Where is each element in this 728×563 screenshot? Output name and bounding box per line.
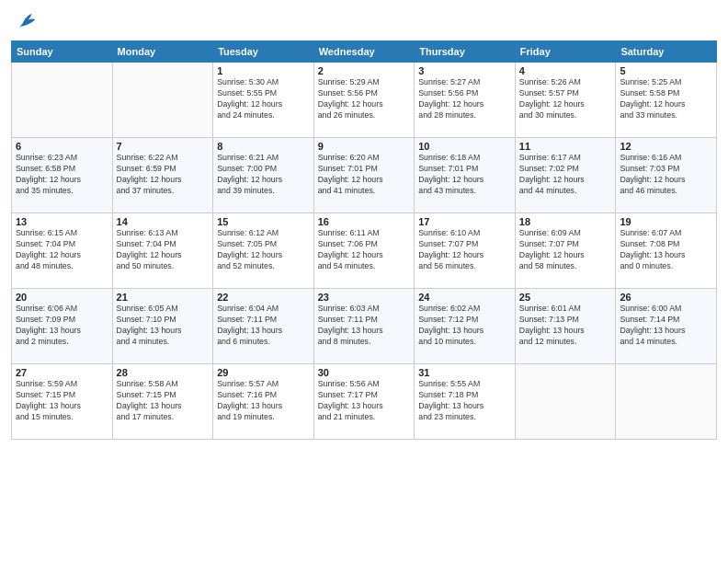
calendar-cell (616, 364, 717, 440)
day-info: Sunrise: 5:27 AM Sunset: 5:56 PM Dayligh… (418, 77, 511, 121)
day-info: Sunrise: 5:55 AM Sunset: 7:18 PM Dayligh… (418, 379, 511, 423)
day-number: 8 (217, 141, 310, 152)
calendar-cell: 9Sunrise: 6:20 AM Sunset: 7:01 PM Daylig… (313, 138, 415, 213)
day-number: 14 (117, 216, 210, 227)
calendar-table: SundayMondayTuesdayWednesdayThursdayFrid… (11, 40, 717, 440)
calendar-cell: 2Sunrise: 5:29 AM Sunset: 5:56 PM Daylig… (313, 63, 415, 138)
day-number: 30 (318, 367, 411, 378)
day-info: Sunrise: 6:20 AM Sunset: 7:01 PM Dayligh… (318, 153, 411, 197)
day-info: Sunrise: 6:17 AM Sunset: 7:02 PM Dayligh… (519, 153, 612, 197)
day-info: Sunrise: 6:12 AM Sunset: 7:05 PM Dayligh… (217, 228, 310, 272)
calendar-cell (515, 364, 616, 440)
calendar-cell: 14Sunrise: 6:13 AM Sunset: 7:04 PM Dayli… (112, 213, 213, 289)
day-number: 5 (620, 65, 712, 76)
calendar-header-row: SundayMondayTuesdayWednesdayThursdayFrid… (12, 41, 717, 63)
day-info: Sunrise: 5:59 AM Sunset: 7:15 PM Dayligh… (16, 379, 108, 423)
calendar-cell: 7Sunrise: 6:22 AM Sunset: 6:59 PM Daylig… (112, 138, 213, 213)
calendar-cell: 4Sunrise: 5:26 AM Sunset: 5:57 PM Daylig… (515, 63, 616, 138)
day-info: Sunrise: 6:16 AM Sunset: 7:03 PM Dayligh… (620, 153, 712, 197)
calendar-cell: 23Sunrise: 6:03 AM Sunset: 7:11 PM Dayli… (313, 289, 415, 364)
calendar-cell: 11Sunrise: 6:17 AM Sunset: 7:02 PM Dayli… (515, 138, 616, 213)
day-number: 9 (318, 141, 411, 152)
calendar-cell: 19Sunrise: 6:07 AM Sunset: 7:08 PM Dayli… (616, 213, 717, 289)
calendar-cell: 27Sunrise: 5:59 AM Sunset: 7:15 PM Dayli… (12, 364, 113, 440)
page-container: SundayMondayTuesdayWednesdayThursdayFrid… (0, 0, 728, 445)
weekday-header: Thursday (415, 41, 516, 63)
day-info: Sunrise: 6:23 AM Sunset: 6:58 PM Dayligh… (16, 153, 108, 197)
day-info: Sunrise: 6:01 AM Sunset: 7:13 PM Dayligh… (519, 304, 612, 348)
calendar-cell: 1Sunrise: 5:30 AM Sunset: 5:55 PM Daylig… (213, 63, 314, 138)
day-info: Sunrise: 6:10 AM Sunset: 7:07 PM Dayligh… (418, 228, 511, 272)
day-number: 27 (16, 367, 108, 378)
day-number: 7 (117, 141, 210, 152)
calendar-cell: 10Sunrise: 6:18 AM Sunset: 7:01 PM Dayli… (415, 138, 516, 213)
day-info: Sunrise: 6:09 AM Sunset: 7:07 PM Dayligh… (519, 228, 612, 272)
calendar-cell: 28Sunrise: 5:58 AM Sunset: 7:15 PM Dayli… (112, 364, 213, 440)
logo (11, 9, 39, 35)
day-number: 12 (620, 141, 712, 152)
day-info: Sunrise: 6:00 AM Sunset: 7:14 PM Dayligh… (620, 304, 712, 348)
calendar-cell: 3Sunrise: 5:27 AM Sunset: 5:56 PM Daylig… (415, 63, 516, 138)
day-info: Sunrise: 5:30 AM Sunset: 5:55 PM Dayligh… (217, 77, 310, 121)
calendar-cell: 8Sunrise: 6:21 AM Sunset: 7:00 PM Daylig… (213, 138, 314, 213)
day-number: 20 (16, 292, 108, 303)
calendar-week-row: 27Sunrise: 5:59 AM Sunset: 7:15 PM Dayli… (12, 364, 717, 440)
day-info: Sunrise: 5:25 AM Sunset: 5:58 PM Dayligh… (620, 77, 712, 121)
day-number: 11 (519, 141, 612, 152)
day-info: Sunrise: 6:04 AM Sunset: 7:11 PM Dayligh… (217, 304, 310, 348)
weekday-header: Wednesday (313, 41, 415, 63)
calendar-week-row: 1Sunrise: 5:30 AM Sunset: 5:55 PM Daylig… (12, 63, 717, 138)
calendar-cell: 15Sunrise: 6:12 AM Sunset: 7:05 PM Dayli… (213, 213, 314, 289)
day-info: Sunrise: 6:05 AM Sunset: 7:10 PM Dayligh… (117, 304, 210, 348)
calendar-cell: 18Sunrise: 6:09 AM Sunset: 7:07 PM Dayli… (515, 213, 616, 289)
day-info: Sunrise: 6:02 AM Sunset: 7:12 PM Dayligh… (418, 304, 511, 348)
calendar-cell: 13Sunrise: 6:15 AM Sunset: 7:04 PM Dayli… (12, 213, 113, 289)
day-number: 23 (318, 292, 411, 303)
calendar-cell (12, 63, 113, 138)
calendar-week-row: 20Sunrise: 6:06 AM Sunset: 7:09 PM Dayli… (12, 289, 717, 364)
day-number: 24 (418, 292, 511, 303)
calendar-cell: 12Sunrise: 6:16 AM Sunset: 7:03 PM Dayli… (616, 138, 717, 213)
day-number: 29 (217, 367, 310, 378)
calendar-week-row: 6Sunrise: 6:23 AM Sunset: 6:58 PM Daylig… (12, 138, 717, 213)
day-info: Sunrise: 6:22 AM Sunset: 6:59 PM Dayligh… (117, 153, 210, 197)
day-number: 6 (16, 141, 108, 152)
logo-bird-icon (13, 9, 39, 35)
day-number: 2 (318, 65, 411, 76)
day-number: 21 (117, 292, 210, 303)
day-number: 19 (620, 216, 712, 227)
day-info: Sunrise: 5:29 AM Sunset: 5:56 PM Dayligh… (318, 77, 411, 121)
day-info: Sunrise: 5:57 AM Sunset: 7:16 PM Dayligh… (217, 379, 310, 423)
weekday-header: Tuesday (213, 41, 314, 63)
day-number: 1 (217, 65, 310, 76)
calendar-cell: 25Sunrise: 6:01 AM Sunset: 7:13 PM Dayli… (515, 289, 616, 364)
calendar-cell (112, 63, 213, 138)
day-info: Sunrise: 5:56 AM Sunset: 7:17 PM Dayligh… (318, 379, 411, 423)
day-number: 17 (418, 216, 511, 227)
day-number: 13 (16, 216, 108, 227)
calendar-cell: 31Sunrise: 5:55 AM Sunset: 7:18 PM Dayli… (415, 364, 516, 440)
calendar-cell: 5Sunrise: 5:25 AM Sunset: 5:58 PM Daylig… (616, 63, 717, 138)
day-number: 26 (620, 292, 712, 303)
page-header (11, 9, 717, 35)
day-info: Sunrise: 5:26 AM Sunset: 5:57 PM Dayligh… (519, 77, 612, 121)
day-number: 18 (519, 216, 612, 227)
day-number: 16 (318, 216, 411, 227)
day-info: Sunrise: 5:58 AM Sunset: 7:15 PM Dayligh… (117, 379, 210, 423)
day-info: Sunrise: 6:11 AM Sunset: 7:06 PM Dayligh… (318, 228, 411, 272)
weekday-header: Saturday (616, 41, 717, 63)
calendar-cell: 21Sunrise: 6:05 AM Sunset: 7:10 PM Dayli… (112, 289, 213, 364)
calendar-cell: 30Sunrise: 5:56 AM Sunset: 7:17 PM Dayli… (313, 364, 415, 440)
day-info: Sunrise: 6:13 AM Sunset: 7:04 PM Dayligh… (117, 228, 210, 272)
calendar-cell: 22Sunrise: 6:04 AM Sunset: 7:11 PM Dayli… (213, 289, 314, 364)
calendar-week-row: 13Sunrise: 6:15 AM Sunset: 7:04 PM Dayli… (12, 213, 717, 289)
day-number: 31 (418, 367, 511, 378)
day-number: 28 (117, 367, 210, 378)
calendar-cell: 16Sunrise: 6:11 AM Sunset: 7:06 PM Dayli… (313, 213, 415, 289)
calendar-cell: 24Sunrise: 6:02 AM Sunset: 7:12 PM Dayli… (415, 289, 516, 364)
weekday-header: Friday (515, 41, 616, 63)
calendar-cell: 29Sunrise: 5:57 AM Sunset: 7:16 PM Dayli… (213, 364, 314, 440)
calendar-cell: 17Sunrise: 6:10 AM Sunset: 7:07 PM Dayli… (415, 213, 516, 289)
day-number: 25 (519, 292, 612, 303)
day-number: 3 (418, 65, 511, 76)
